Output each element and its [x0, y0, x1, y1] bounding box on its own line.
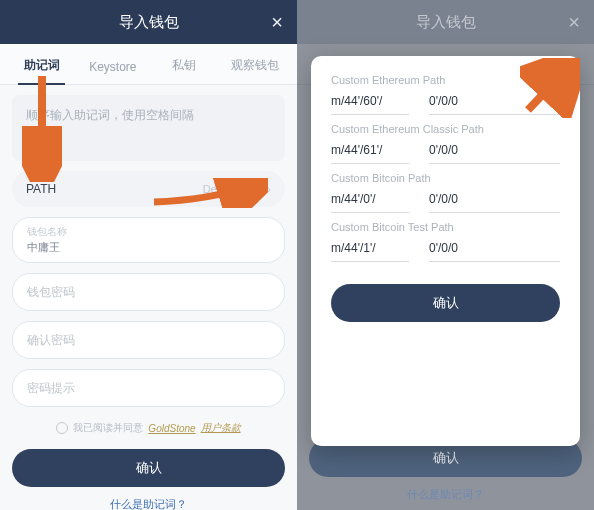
- path-row-btc: m/44'/0'/ 0'/0/0: [331, 192, 560, 213]
- path-value-wrap: Default Path ›: [203, 183, 271, 195]
- path-prefix-input[interactable]: m/44'/61'/: [331, 143, 409, 164]
- terms-row[interactable]: 我已阅读并同意 GoldStone 用户条款: [12, 421, 285, 435]
- mnemonic-input[interactable]: 顺序输入助记词，使用空格间隔: [12, 95, 285, 161]
- close-icon[interactable]: ×: [271, 12, 283, 32]
- bg-help-link: 什么是助记词？: [297, 487, 594, 502]
- checkbox-icon[interactable]: [56, 422, 68, 434]
- confirm-password-field[interactable]: 确认密码: [12, 321, 285, 359]
- terms-brand[interactable]: GoldStone: [148, 423, 195, 434]
- password-hint-field[interactable]: 密码提示: [12, 369, 285, 407]
- mnemonic-placeholder: 顺序输入助记词，使用空格间隔: [26, 108, 194, 122]
- terms-prefix: 我已阅读并同意: [73, 421, 143, 435]
- section-label-etc: Custom Ethereum Classic Path: [331, 123, 560, 135]
- wallet-name-label: 钱包名称: [27, 225, 67, 239]
- path-prefix-input[interactable]: m/44'/60'/: [331, 94, 409, 115]
- wallet-name-value: 中庸王: [27, 240, 60, 255]
- path-suffix-input[interactable]: 0'/0/0: [429, 94, 560, 115]
- screen-path-popup: 导入钱包 × 助记词 Keystore 私钥 观察钱包 确认 什么是助记词？ C…: [297, 0, 594, 510]
- path-prefix-input[interactable]: m/44'/1'/: [331, 241, 409, 262]
- page-title: 导入钱包: [119, 13, 179, 32]
- modal-confirm-button[interactable]: 确认: [331, 284, 560, 322]
- header: 导入钱包 ×: [297, 0, 594, 44]
- confirm-button[interactable]: 确认: [12, 449, 285, 487]
- path-suffix-input[interactable]: 0'/0/0: [429, 192, 560, 213]
- tab-watch-wallet[interactable]: 观察钱包: [220, 57, 291, 84]
- path-modal: Custom Ethereum Path m/44'/60'/ 0'/0/0 C…: [311, 56, 580, 446]
- path-suffix-input[interactable]: 0'/0/0: [429, 241, 560, 262]
- section-label-btc-test: Custom Bitcoin Test Path: [331, 221, 560, 233]
- wallet-name-field[interactable]: 钱包名称 中庸王: [12, 217, 285, 263]
- path-label: PATH: [26, 182, 56, 196]
- path-row-etc: m/44'/61'/ 0'/0/0: [331, 143, 560, 164]
- path-row-btc-test: m/44'/1'/ 0'/0/0: [331, 241, 560, 262]
- path-row-eth: m/44'/60'/ 0'/0/0: [331, 94, 560, 115]
- modal-confirm-label: 确认: [433, 294, 459, 312]
- tab-private-key[interactable]: 私钥: [149, 57, 220, 84]
- password-hint-placeholder: 密码提示: [27, 380, 75, 397]
- help-link[interactable]: 什么是助记词？: [0, 497, 297, 510]
- close-icon[interactable]: ×: [568, 12, 580, 32]
- tab-mnemonic[interactable]: 助记词: [6, 57, 77, 84]
- confirm-password-placeholder: 确认密码: [27, 332, 75, 349]
- path-suffix-input[interactable]: 0'/0/0: [429, 143, 560, 164]
- tab-keystore[interactable]: Keystore: [77, 60, 148, 84]
- confirm-label: 确认: [136, 459, 162, 477]
- path-selector[interactable]: PATH Default Path ›: [12, 171, 285, 207]
- bg-confirm-label: 确认: [433, 449, 459, 467]
- screen-import-wallet: 导入钱包 × 助记词 Keystore 私钥 观察钱包 顺序输入助记词，使用空格…: [0, 0, 297, 510]
- wallet-password-placeholder: 钱包密码: [27, 284, 75, 301]
- form-content: 顺序输入助记词，使用空格间隔 PATH Default Path › 钱包名称 …: [0, 85, 297, 435]
- help-link-label: 什么是助记词？: [110, 498, 187, 510]
- wallet-password-field[interactable]: 钱包密码: [12, 273, 285, 311]
- header: 导入钱包 ×: [0, 0, 297, 44]
- tabs: 助记词 Keystore 私钥 观察钱包: [0, 44, 297, 85]
- page-title: 导入钱包: [416, 13, 476, 32]
- path-value: Default Path: [203, 183, 264, 195]
- section-label-btc: Custom Bitcoin Path: [331, 172, 560, 184]
- chevron-right-icon: ›: [267, 183, 271, 195]
- terms-suffix[interactable]: 用户条款: [201, 421, 241, 435]
- section-label-eth: Custom Ethereum Path: [331, 74, 560, 86]
- path-prefix-input[interactable]: m/44'/0'/: [331, 192, 409, 213]
